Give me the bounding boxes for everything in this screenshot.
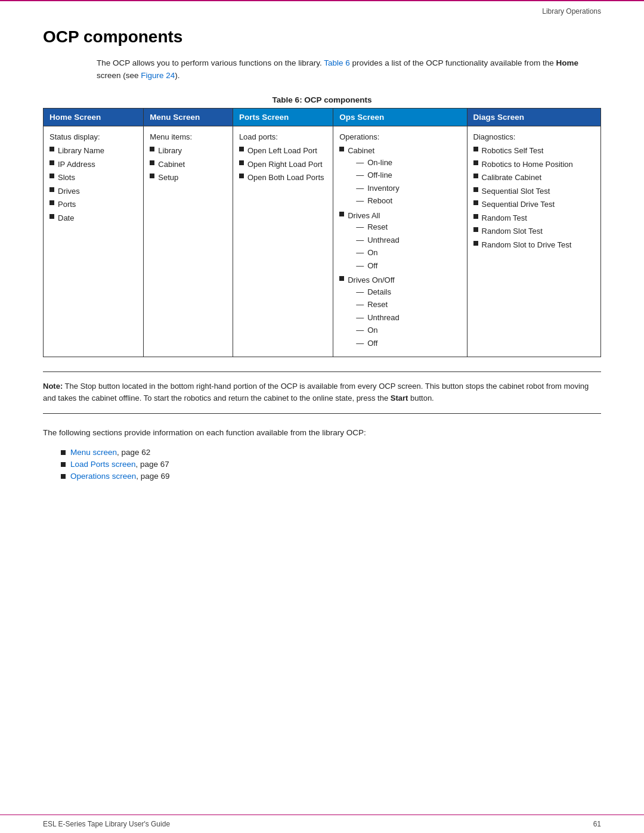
note-text-end: button. [408,394,434,402]
list-item: Random Test [473,212,595,224]
list-item: Cabinet [150,159,227,171]
bullet-icon [49,187,54,192]
ops-label: Operations: [339,131,460,143]
list-item: Robotics to Home Position [473,159,595,171]
sub-item: —On [356,247,399,259]
list-item: Sequential Slot Test [473,185,595,197]
ocp-table: Home Screen Menu Screen Ports Screen Ops… [43,108,601,358]
intro-text-close: ). [175,71,179,80]
note-bold-start: Start [391,394,408,402]
list-item: Library Name [49,145,137,157]
list-item: Operations screen, page 69 [61,472,601,481]
load-ports-page: , page 67 [136,460,169,469]
sub-item: —Off-line [356,169,399,181]
bullet-icon [49,160,54,165]
home-label: Status display: [49,131,137,143]
bullet-icon [49,174,54,178]
list-item: Open Both Load Ports [239,172,327,184]
ops-drivesall-sub: —Reset —Unthread —On —Off [356,221,399,271]
list-item: Sequential Drive Test [473,199,595,210]
bullet-icon [61,462,66,467]
list-item: Library [150,145,227,157]
menu-label: Menu items: [150,131,227,143]
list-item: Robotics Self Test [473,145,595,157]
list-item: IP Address [49,159,137,171]
bullet-icon [150,174,154,178]
bullet-icon [49,147,54,151]
bullet-icon [239,174,244,178]
bullet-icon [473,174,478,178]
cell-home: Status display: Library Name IP Address … [44,126,144,357]
sub-item: —Unthread [356,312,399,324]
bullet-icon [473,200,478,205]
page-header: Library Operations [0,1,644,19]
list-item: Drives On/Off —Details —Reset —Unthread … [339,274,460,350]
cell-ports: Load ports: Open Left Load Port Open Rig… [233,126,333,357]
cell-ops: Operations: Cabinet —On-line —Off-line —… [333,126,467,357]
load-ports-link[interactable]: Load Ports screen [70,460,136,469]
list-item: Random Slot Test [473,225,595,237]
intro-text-after: provides a list of the OCP functionality… [352,58,556,67]
sub-item: —Details [356,286,399,298]
bullet-icon [473,187,478,192]
sub-item: —Reset [356,299,399,311]
page-container: Library Operations OCP components The OC… [0,0,644,833]
intro-text-end: screen (see [97,71,141,80]
ops-list: Cabinet —On-line —Off-line —Inventory —R… [339,145,460,350]
sub-item: —Reset [356,221,399,233]
bullet-icon [339,147,344,151]
diags-list: Robotics Self Test Robotics to Home Posi… [473,145,595,250]
bullet-icon [239,160,244,165]
sub-item: —Inventory [356,182,399,194]
list-item: Date [49,212,137,224]
footer-right: 61 [593,820,601,828]
list-item: Slots [49,172,137,184]
list-item: Ports [49,199,137,210]
note-text: The Stop button located in the bottom ri… [43,382,589,402]
bullet-icon [473,214,478,219]
menu-list: Library Cabinet Setup [150,145,227,184]
note-label: Note: [43,382,63,391]
header-section-title: Library Operations [542,7,601,16]
th-ops: Ops Screen [333,108,467,126]
intro-paragraph: The OCP allows you to perform various fu… [97,57,601,82]
following-intro: The following sections provide informati… [43,427,601,439]
bullet-icon [49,214,54,219]
bullet-icon [61,474,66,479]
operations-link[interactable]: Operations screen [70,472,136,481]
list-item: Open Left Load Port [239,145,327,157]
bullet-icon [473,147,478,151]
ops-cabinet-sub: —On-line —Off-line —Inventory —Reboot [356,157,399,207]
page-footer: ESL E-Series Tape Library User's Guide 6… [0,815,644,833]
bullet-icon [49,200,54,205]
bullet-icon [61,450,66,455]
table-caption: Table 6: OCP components [43,95,601,104]
list-item: Setup [150,172,227,184]
bullet-icon [150,160,154,165]
bullet-icon [473,241,478,246]
menu-screen-link[interactable]: Menu screen [70,448,117,457]
ports-list: Open Left Load Port Open Right Load Port… [239,145,327,184]
operations-page: , page 69 [136,472,169,481]
list-item: Calibrate Cabinet [473,172,595,184]
list-item: Random Slot to Drive Test [473,239,595,251]
page-title: OCP components [43,27,601,47]
table-row-main: Status display: Library Name IP Address … [44,126,601,357]
diags-label: Diagnostics: [473,131,595,143]
sub-item: —Unthread [356,234,399,246]
home-list: Library Name IP Address Slots Drives Por… [49,145,137,224]
cell-menu: Menu items: Library Cabinet Setup [144,126,233,357]
intro-text-before: The OCP allows you to perform various fu… [97,58,322,67]
bullet-icon [239,147,244,151]
menu-screen-page: , page 62 [117,448,150,457]
sub-item: —Off [356,260,399,272]
table6-link[interactable]: Table 6 [324,58,350,67]
figure24-link[interactable]: Figure 24 [141,71,175,80]
cell-diags: Diagnostics: Robotics Self Test Robotics… [467,126,600,357]
ops-drivesOnOff-sub: —Details —Reset —Unthread —On —Off [356,286,399,349]
footer-left: ESL E-Series Tape Library User's Guide [43,820,170,828]
bullet-icon [339,276,344,281]
main-content: OCP components The OCP allows you to per… [0,27,644,519]
list-item: Cabinet —On-line —Off-line —Inventory —R… [339,145,460,208]
sub-item: —Reboot [356,195,399,207]
